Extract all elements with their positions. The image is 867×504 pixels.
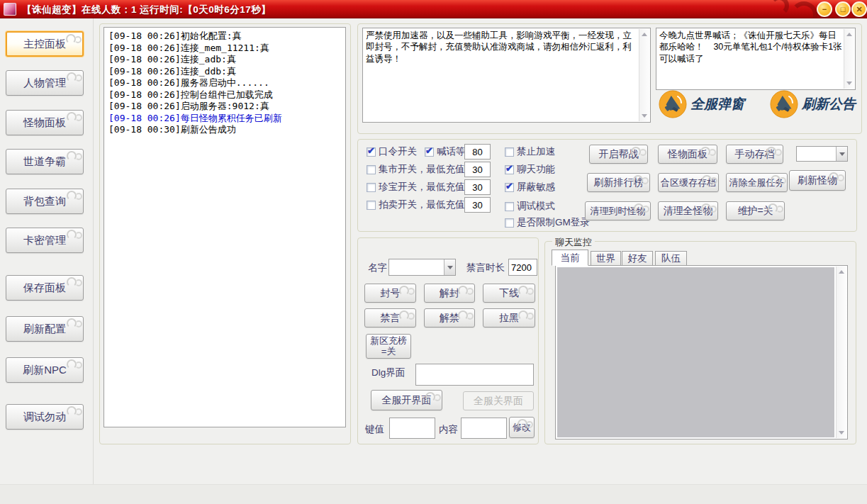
- dlg-ui-input[interactable]: [415, 364, 534, 386]
- sidebar-item-save-panel[interactable]: 保存面板: [6, 275, 84, 301]
- newzone-charge-toggle-button[interactable]: 新区充榜=关: [366, 334, 411, 359]
- log-entry: [09-18 00:26]连接_adb:真: [108, 54, 341, 66]
- megaphone-icon: [659, 90, 687, 118]
- clear-all-monsters-button[interactable]: 清理全怪物: [658, 201, 718, 220]
- no-speedhack-checkbox[interactable]: [505, 147, 514, 157]
- log-entry: [09-18 00:26]启动服务器:9012:真: [108, 101, 341, 113]
- market-switch-checkbox[interactable]: [367, 165, 376, 174]
- sidebar-item-character-mgmt[interactable]: 人物管理: [6, 70, 84, 96]
- treasure-switch-checkbox[interactable]: [367, 183, 376, 192]
- switch-row: 集市开关，最低充值: [367, 163, 465, 176]
- player-name-select[interactable]: [388, 259, 456, 276]
- log-entry: [09-18 00:26]控制台组件已加载完成: [108, 89, 341, 101]
- switch-label: 屏蔽敏感: [517, 181, 555, 194]
- auction-min-charge-input[interactable]: [464, 197, 491, 213]
- maintenance-toggle-button[interactable]: 维护=关: [726, 201, 785, 220]
- announcement-panel: 严禁使用加速器，以及一些辅助工具，影响游戏平衡，一经发现，立即封号，不予解封，充…: [357, 23, 862, 134]
- bottom-strip: [0, 484, 867, 504]
- switch-row: 聊天功能: [505, 163, 555, 176]
- unmute-button[interactable]: 解禁: [424, 308, 475, 327]
- refresh-notice-label: 刷新公告: [802, 95, 856, 113]
- close-ui-all-button[interactable]: 全服关界面: [463, 391, 534, 410]
- log-entry: [09-18 00:30]刷新公告成功: [108, 124, 341, 136]
- sidebar-item-bag-query[interactable]: 背包查询: [6, 189, 84, 214]
- content-input[interactable]: [461, 418, 507, 439]
- server-log[interactable]: [09-18 00:26]初始化配置:真 [09-18 00:26]连接_mem…: [104, 27, 346, 427]
- chevron-down-icon[interactable]: [836, 147, 847, 161]
- warning-text: 严禁使用加速器，以及一些辅助工具，影响游戏平衡，一经发现，立即封号，不予解封，充…: [363, 28, 650, 66]
- sidebar-item-debug-no-touch[interactable]: 调试勿动: [6, 404, 84, 430]
- chat-monitor-group: 聊天监控 当前 世界 好友 队伍: [544, 241, 856, 444]
- content-label: 内容: [439, 423, 458, 436]
- unban-button[interactable]: 解封: [424, 284, 475, 303]
- refresh-ranking-button[interactable]: 刷新排行榜: [587, 173, 650, 192]
- key-input[interactable]: [389, 418, 435, 439]
- sidebar-divider: [93, 18, 94, 504]
- manual-save-button[interactable]: 手动存档: [726, 145, 783, 164]
- monster-panel-button[interactable]: 怪物面板: [658, 145, 717, 164]
- chat-scrollbar[interactable]: [836, 267, 846, 438]
- popup-all-servers-button[interactable]: 全服弹窗: [659, 90, 744, 118]
- open-ui-all-button[interactable]: 全服开界面: [371, 390, 442, 410]
- sidebar-item-card-key-mgmt[interactable]: 卡密管理: [6, 228, 84, 253]
- notice-scrollbar[interactable]: [844, 29, 854, 89]
- close-button[interactable]: ✕: [851, 1, 867, 17]
- sidebar-item-refresh-config[interactable]: 刷新配置: [6, 316, 84, 342]
- switch-row: 禁止加速: [505, 145, 555, 158]
- sidebar-item-world-hegemony[interactable]: 世道争霸: [6, 149, 84, 174]
- warning-scrollbar[interactable]: [639, 29, 649, 121]
- blacklist-button[interactable]: 拉黑: [483, 308, 535, 327]
- refresh-monsters-button[interactable]: 刷新怪物: [789, 170, 846, 191]
- switch-label: 口令开关: [379, 145, 417, 158]
- mute-button[interactable]: 禁言: [364, 308, 416, 327]
- debug-mode-checkbox[interactable]: [505, 202, 514, 211]
- clear-expired-monsters-button[interactable]: 清理到时怪物: [585, 201, 651, 220]
- sidebar-item-monster-panel[interactable]: 怪物面板: [6, 110, 84, 135]
- clear-all-tasks-button[interactable]: 清除全服任务: [726, 173, 788, 192]
- switch-label: 拍卖开关，最低充值: [379, 198, 465, 211]
- log-entry: [09-18 00:26]服务器启动中......: [108, 77, 341, 89]
- mute-duration-label: 禁言时长: [466, 262, 505, 274]
- chevron-down-icon[interactable]: [444, 259, 455, 275]
- name-label: 名字: [368, 262, 387, 274]
- chat-log-area[interactable]: [555, 265, 848, 439]
- modify-button[interactable]: 修改: [509, 417, 535, 438]
- treasure-min-charge-input[interactable]: [464, 179, 491, 195]
- switch-row: 珍宝开关，最低充值: [367, 181, 465, 194]
- player-name-value: [389, 259, 444, 275]
- save-slot-select[interactable]: [796, 146, 848, 162]
- maximize-button[interactable]: □: [835, 1, 851, 17]
- notice-text: 今晚九点世界喊话；《诛仙开服七天乐》每日都乐哈哈！ 30元单笔礼包1个/特权体验…: [656, 28, 855, 66]
- log-entry: [09-18 00:26]连接_mem_11211:真: [108, 43, 341, 55]
- kick-button[interactable]: 下线: [483, 284, 535, 303]
- dlg-ui-label: Dlg界面: [371, 366, 405, 379]
- merge-cache-save-button[interactable]: 合区缓存存档: [658, 173, 719, 192]
- log-entry-highlighted: [09-18 00:26]每日怪物累积任务已刷新: [108, 113, 341, 125]
- warning-textarea[interactable]: 严禁使用加速器，以及一些辅助工具，影响游戏平衡，一经发现，立即封号，不予解封，充…: [362, 28, 651, 123]
- market-min-charge-input[interactable]: [464, 162, 491, 177]
- notice-textarea[interactable]: 今晚九点世界喊话；《诛仙开服七天乐》每日都乐哈哈！ 30元单笔礼包1个/特权体验…: [656, 28, 856, 90]
- sidebar-item-main-panel[interactable]: 主控面板: [6, 31, 84, 57]
- sidebar-item-refresh-npc[interactable]: 刷新NPC: [6, 357, 84, 383]
- log-entry: [09-18 00:26]初始化配置:真: [108, 30, 341, 43]
- open-guild-war-button[interactable]: 开启帮战: [589, 145, 648, 164]
- switch-label: 调试模式: [517, 200, 555, 213]
- password-switch-checkbox[interactable]: [367, 147, 376, 157]
- tab-world[interactable]: 世界: [591, 251, 621, 266]
- tab-friends[interactable]: 好友: [622, 251, 653, 266]
- shout-level-checkbox[interactable]: [425, 147, 434, 157]
- block-sensitive-checkbox[interactable]: [505, 183, 514, 192]
- minimize-button[interactable]: −: [817, 1, 832, 17]
- gm-console-window: 【诛仙超变】在线人数：1 运行时间:【0天0时6分17秒】 − □ ✕ 主控面板…: [0, 0, 867, 504]
- limit-gm-login-checkbox[interactable]: [505, 218, 514, 228]
- refresh-notice-button[interactable]: 刷新公告: [770, 90, 856, 118]
- mute-duration-input[interactable]: [508, 259, 537, 276]
- tab-current[interactable]: 当前: [552, 250, 588, 266]
- switch-label: 集市开关，最低充值: [379, 163, 465, 176]
- tab-team[interactable]: 队伍: [655, 251, 687, 266]
- shout-level-input[interactable]: [464, 144, 491, 159]
- ban-button[interactable]: 封号: [364, 284, 416, 303]
- auction-switch-checkbox[interactable]: [367, 201, 376, 210]
- switch-row: 拍卖开关，最低充值: [367, 198, 465, 211]
- chat-function-checkbox[interactable]: [505, 165, 514, 174]
